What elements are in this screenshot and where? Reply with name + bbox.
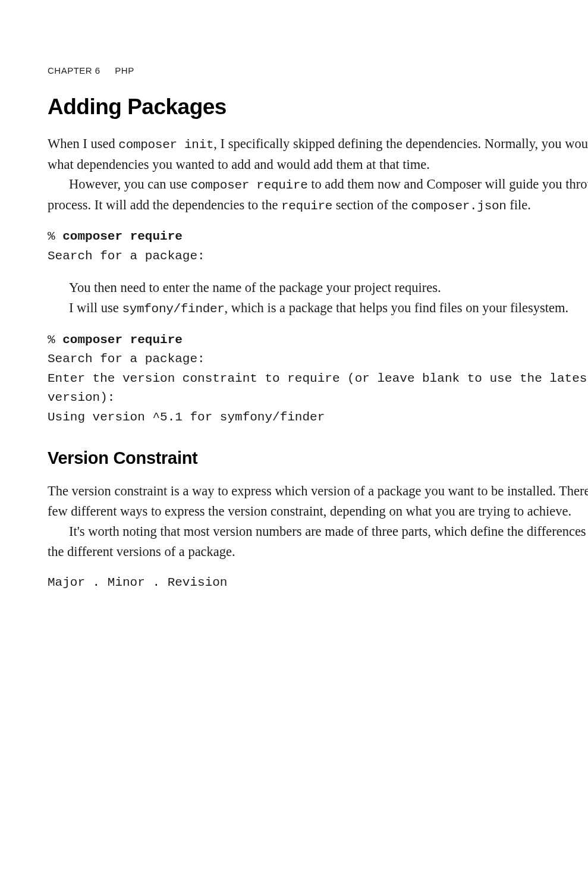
body-paragraph: However, you can use composer require to… [48, 174, 588, 215]
inline-code: symfony/finder [122, 302, 224, 316]
code-line: Search for a package: [48, 350, 588, 369]
prompt: % [48, 333, 62, 347]
inline-code: composer require [191, 178, 308, 192]
code-block: % composer require Search for a package:… [48, 331, 588, 428]
subsection-heading: Version Constraint [48, 448, 588, 468]
code-line: Search for a package: [48, 247, 588, 266]
prompt: % [48, 230, 62, 243]
command: composer require [62, 333, 183, 347]
inline-code: composer init [118, 138, 213, 152]
body-paragraph: It's worth noting that most version numb… [48, 522, 588, 562]
code-line: Using version ^5.1 for symfony/finder [48, 408, 588, 428]
code-line: % composer require [48, 331, 588, 350]
code-line: Major . Minor . Revision [48, 573, 588, 593]
chapter-title: PHP [115, 65, 134, 76]
body-paragraph: When I used composer init, I specificall… [48, 134, 588, 174]
section-heading: Adding Packages [48, 95, 588, 120]
code-line: % composer require [48, 227, 588, 247]
command: composer require [62, 230, 183, 243]
code-line: Enter the version constraint to require … [48, 369, 588, 408]
text: When I used [48, 136, 118, 151]
code-block: % composer require Search for a package: [48, 227, 588, 266]
text: , which is a package that helps you find… [225, 300, 569, 315]
body-paragraph: The version constraint is a way to expre… [48, 481, 588, 522]
paragraph-block: The version constraint is a way to expre… [48, 481, 588, 561]
code-block: Major . Minor . Revision [48, 573, 588, 593]
inline-code: composer.json [411, 199, 507, 213]
body-paragraph: You then need to enter the name of the p… [48, 278, 588, 298]
text: However, you can use [69, 177, 191, 191]
paragraph-block: When I used composer init, I specificall… [48, 134, 588, 215]
text: I will use [69, 300, 122, 315]
text: file. [507, 197, 531, 212]
chapter-number: CHAPTER 6 [48, 65, 100, 76]
paragraph-block: You then need to enter the name of the p… [48, 278, 588, 318]
inline-code: require [281, 199, 332, 213]
chapter-header: CHAPTER 6 PHP [48, 65, 588, 76]
body-paragraph: I will use symfony/finder, which is a pa… [48, 298, 588, 319]
text: section of the [332, 197, 411, 212]
